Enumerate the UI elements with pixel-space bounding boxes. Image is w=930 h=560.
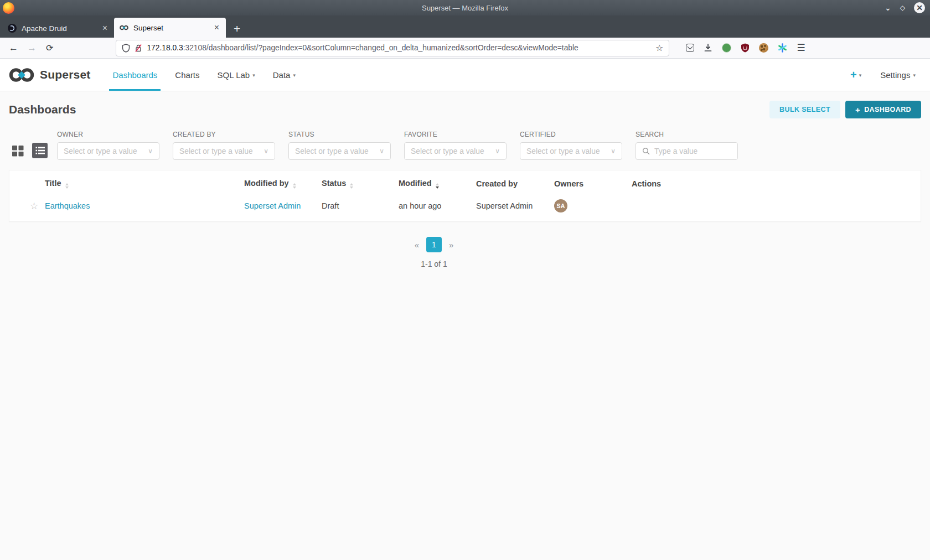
sort-icon [65,183,69,189]
table-header-row: Title Modified by Status Modified Create… [9,170,921,195]
search-box[interactable] [636,142,738,160]
settings-label: Settings [880,70,910,80]
pocket-icon[interactable] [686,44,694,52]
page-1-button[interactable]: 1 [426,237,442,252]
back-button[interactable]: ← [9,43,18,53]
ublock-shield-icon[interactable] [741,43,750,53]
settings-menu[interactable]: Settings ▾ [880,70,916,80]
search-input[interactable] [653,147,731,156]
column-owners: Owners [554,170,632,195]
column-status[interactable]: Status [322,170,399,195]
page-title: Dashboards [9,103,76,116]
dashboards-table-card: Title Modified by Status Modified Create… [9,170,921,222]
window-title: Superset — Mozilla Firefox [422,4,508,12]
filter-label: CREATED BY [173,131,275,138]
nav-item-label: SQL Lab [218,70,250,80]
cookie-icon[interactable] [759,43,768,53]
filter-search: SEARCH [636,131,738,160]
status-cell: Draft [322,195,399,221]
superset-infinity-icon [9,68,34,82]
nav-item-dashboards[interactable]: Dashboards [104,59,166,91]
column-modified-by[interactable]: Modified by [244,170,322,195]
favorite-select[interactable]: Select or type a value ∨ [404,142,507,160]
page-header: Dashboards BULK SELECT + DASHBOARD [0,91,930,127]
window-close-icon[interactable]: ✕ [914,2,925,13]
tab-close-icon[interactable]: × [101,23,108,33]
previous-page-button[interactable]: « [415,240,419,250]
bulk-select-button[interactable]: BULK SELECT [769,101,840,118]
nav-item-charts[interactable]: Charts [166,59,208,91]
column-title[interactable]: Title [45,170,244,195]
next-page-button[interactable]: » [449,240,453,250]
reload-button[interactable]: ⟳ [46,44,53,53]
filter-label: SEARCH [636,131,738,138]
superset-logo[interactable]: Superset [9,68,90,82]
new-item-menu[interactable]: + ▾ [850,69,861,80]
filter-label: CERTIFIED [520,131,622,138]
column-label: Owners [554,179,583,188]
url-host: 172.18.0.3 [147,44,183,52]
brand-name: Superset [40,68,90,81]
select-placeholder: Select or type a value [64,147,144,155]
downloads-icon[interactable] [704,44,712,52]
select-placeholder: Select or type a value [411,147,492,155]
column-created-by: Created by [476,170,554,195]
actions-cell [632,195,921,221]
card-view-icon[interactable] [11,144,25,158]
plus-icon: + [855,106,860,114]
url-path: :32108/dashboard/list/?pageIndex=0&sortC… [183,44,578,52]
bookmark-star-icon[interactable]: ☆ [655,43,663,53]
filter-created-by: CREATED BY Select or type a value ∨ [173,131,275,160]
menu-hamburger-icon[interactable]: ☰ [797,42,805,54]
search-icon [642,147,650,155]
nav-item-label: Dashboards [112,70,157,80]
nav-item-label: Data [273,70,291,80]
favorite-star-icon[interactable]: ☆ [30,201,38,211]
status-select[interactable]: Select or type a value ∨ [288,142,391,160]
url-bar[interactable]: 172.18.0.3:32108/dashboard/list/?pageInd… [116,40,669,56]
nav-item-label: Charts [175,70,199,80]
header-actions: BULK SELECT + DASHBOARD [769,101,921,118]
new-dashboard-button[interactable]: + DASHBOARD [845,101,921,118]
insecure-lock-icon[interactable] [135,44,142,53]
select-placeholder: Select or type a value [179,147,260,155]
window-minimize-icon[interactable]: ⌄ [885,4,891,12]
certified-select[interactable]: Select or type a value ∨ [520,142,622,160]
column-label: Actions [632,179,661,188]
tab-superset[interactable]: Superset × [114,18,226,38]
tab-apache-druid[interactable]: Apache Druid × [2,19,114,38]
browser-toolbar: ← → ⟳ 172.18.0.3:32108/dashboard/list/?p… [0,38,930,59]
nav-item-sql-lab[interactable]: SQL Lab ▾ [209,59,264,91]
owner-avatar: SA [554,199,567,212]
window-maximize-icon[interactable]: ◇ [900,4,905,11]
extension-asterisk-icon[interactable] [778,43,787,53]
modified-cell: an hour ago [399,195,476,221]
dashboards-table: Title Modified by Status Modified Create… [9,170,921,221]
nav-item-data[interactable]: Data ▾ [264,59,304,91]
new-tab-button[interactable]: + [234,23,240,34]
owner-select[interactable]: Select or type a value ∨ [57,142,159,160]
column-favorite [9,170,45,195]
sort-icon [350,183,353,189]
superset-navbar: Superset Dashboards Charts SQL Lab ▾ Dat… [0,59,930,91]
select-placeholder: Select or type a value [295,147,376,155]
filter-owner: OWNER Select or type a value ∨ [57,131,159,160]
dashboard-title-link[interactable]: Earthquakes [45,201,90,210]
modified-by-link[interactable]: Superset Admin [244,201,301,210]
created-by-select[interactable]: Select or type a value ∨ [173,142,275,160]
firefox-icon [3,2,14,14]
column-modified[interactable]: Modified [399,170,476,195]
plus-icon: + [850,69,857,80]
tracking-shield-icon[interactable] [122,44,130,53]
filter-certified: CERTIFIED Select or type a value ∨ [520,131,622,160]
list-view-icon[interactable] [32,143,48,158]
tab-close-icon[interactable]: × [213,23,220,33]
caret-down-icon: ▾ [913,72,916,78]
extension-green-icon[interactable] [722,43,731,53]
column-actions: Actions [632,170,921,195]
column-label: Modified by [244,179,289,188]
toolbar-extensions [686,43,787,53]
forward-button[interactable]: → [27,43,37,53]
filter-label: STATUS [288,131,391,138]
filters-row: OWNER Select or type a value ∨ CREATED B… [0,127,930,168]
